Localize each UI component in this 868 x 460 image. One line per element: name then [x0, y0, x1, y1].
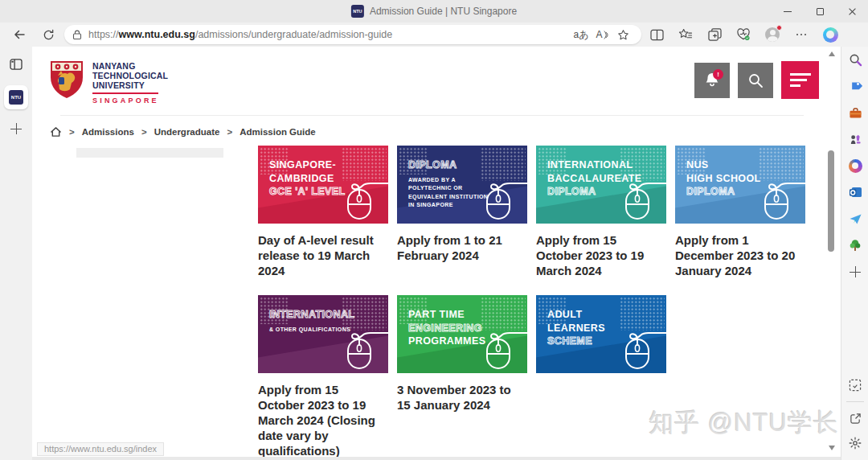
sidebar-divider — [846, 401, 864, 402]
status-bar-link: https://www.ntu.edu.sg/index — [37, 442, 164, 456]
ntu-logo[interactable]: NANYANG TECHNOLOGICAL UNIVERSITY SINGAPO… — [48, 60, 168, 105]
sidebar-search-icon[interactable] — [846, 51, 864, 68]
profile-notification-dot — [776, 25, 782, 31]
card-caption: Day of A-level result release to 19 Marc… — [258, 233, 387, 279]
site-menu-button[interactable] — [781, 61, 819, 99]
notification-badge: ! — [713, 69, 723, 80]
scroll-up-arrow[interactable] — [829, 51, 835, 56]
hamburger-icon — [790, 73, 811, 87]
dot-pattern — [620, 297, 665, 331]
card-title: ADULTLEARNERSSCHEME — [547, 308, 605, 348]
logo-line2: TECHNOLOGICAL — [92, 72, 168, 81]
url-text: https://www.ntu.edu.sg/admissions/underg… — [88, 29, 571, 40]
admission-card-cell: DIPLOMAAWARDED BY A POLYTECHNIC OR EQUIV… — [397, 146, 527, 295]
profile-avatar[interactable] — [764, 26, 781, 43]
sidebar-screenshot-icon[interactable] — [846, 376, 864, 394]
sidebar-drop-icon[interactable] — [846, 210, 864, 228]
minimize-button[interactable] — [772, 0, 804, 23]
favorites-icon[interactable] — [677, 26, 694, 43]
page-scrollbar[interactable] — [826, 47, 836, 457]
translate-icon[interactable]: aあ — [571, 26, 592, 43]
card-caption: Apply from 1 December 2023 to 20 January… — [675, 233, 804, 279]
admission-card-cell: NUSHIGH SCHOOLDIPLOMA Apply from 1 Decem… — [675, 146, 805, 295]
logo-divider — [92, 92, 158, 94]
browser-toolbar: https://www.ntu.edu.sg/admissions/underg… — [0, 23, 868, 47]
sidebar-shopping-icon[interactable] — [846, 77, 864, 95]
header-divider — [60, 115, 804, 116]
admission-cards-grid: SINGAPORE-CAMBRIDGEGCE 'A' LEVEL Day of … — [258, 146, 813, 445]
sidebar-games-icon[interactable] — [846, 130, 864, 148]
zhihu-watermark: 知乎 @NTU学长 — [649, 406, 839, 440]
more-menu-icon[interactable] — [792, 26, 810, 43]
sidebar-settings-icon[interactable] — [846, 434, 864, 452]
mouse-icon — [749, 179, 805, 220]
card-title-line: DIPLOMA — [408, 158, 492, 172]
admission-card[interactable]: SINGAPORE-CAMBRIDGEGCE 'A' LEVEL — [258, 146, 388, 224]
scrollbar-thumb[interactable] — [828, 150, 834, 252]
sidebar-outlook-icon[interactable] — [846, 183, 864, 201]
logo-country: SINGAPORE — [92, 97, 168, 105]
admission-card[interactable]: INTERNATIONALBACCALAUREATEDIPLOMA — [536, 146, 666, 224]
new-tab-button[interactable] — [0, 116, 32, 142]
card-title-line: NUS — [686, 158, 761, 172]
admission-card-cell: INTERNATIONAL& OTHER QUALIFICATIONS Appl… — [258, 295, 388, 445]
card-caption: Apply from 15 October 2023 to 19 March 2… — [258, 383, 387, 457]
mouse-icon — [471, 328, 527, 370]
card-caption: 3 November 2023 to 15 January 2024 — [397, 383, 526, 413]
mouse-icon — [610, 328, 666, 370]
card-caption: Apply from 1 to 21 February 2024 — [397, 233, 526, 264]
read-aloud-icon[interactable]: A — [592, 26, 612, 43]
copilot-icon[interactable] — [821, 26, 839, 43]
ntu-crest-icon — [48, 60, 85, 100]
admission-card[interactable]: INTERNATIONAL& OTHER QUALIFICATIONS — [258, 295, 388, 373]
address-bar[interactable]: https://www.ntu.edu.sg/admissions/underg… — [64, 25, 641, 44]
card-title-line: SINGAPORE- — [269, 158, 346, 172]
sidebar-microsoft365-icon[interactable] — [846, 157, 864, 175]
active-tab-ntu[interactable]: NTU — [4, 85, 28, 109]
card-title-line: SCHEME — [547, 335, 605, 348]
tab-actions-icon[interactable] — [0, 51, 32, 77]
card-title-line: PART TIME — [408, 308, 485, 322]
logo-line3: UNIVERSITY — [92, 81, 168, 91]
sidebar-customize-button[interactable] — [846, 263, 864, 281]
dot-pattern — [759, 147, 804, 181]
admission-card-cell: ADULTLEARNERSSCHEME — [536, 295, 666, 445]
home-icon[interactable] — [50, 126, 62, 138]
favorite-star-icon[interactable] — [612, 26, 633, 43]
mouse-icon — [471, 179, 527, 220]
sidebar-tree-icon[interactable] — [846, 236, 864, 254]
admission-card[interactable]: PART TIMEENGINEERINGPROGRAMMES — [397, 295, 527, 373]
card-caption: Apply from 15 October 2023 to 19 March 2… — [536, 233, 665, 279]
back-button[interactable] — [8, 24, 31, 45]
sidebar-tools-icon[interactable] — [846, 104, 864, 121]
scroll-down-arrow[interactable] — [829, 446, 835, 450]
breadcrumb-item[interactable]: Undergraduate — [154, 127, 220, 137]
card-title-line: INTERNATIONAL — [269, 308, 354, 322]
admission-card[interactable]: DIPLOMAAWARDED BY A POLYTECHNIC OR EQUIV… — [397, 146, 527, 224]
mouse-icon — [332, 328, 388, 370]
browser-essentials-icon[interactable] — [735, 26, 752, 43]
mouse-icon — [610, 179, 666, 220]
refresh-button[interactable] — [37, 24, 59, 45]
site-search-button[interactable] — [738, 63, 773, 98]
search-icon — [747, 72, 764, 88]
card-title-line: LEARNERS — [547, 322, 605, 335]
admission-card[interactable]: ADULTLEARNERSSCHEME — [536, 295, 666, 373]
admission-card-cell: SINGAPORE-CAMBRIDGEGCE 'A' LEVEL Day of … — [258, 146, 388, 295]
browser-window: NTU Admission Guide | NTU Singapore http… — [0, 0, 868, 460]
breadcrumb-item[interactable]: Admission Guide — [240, 127, 316, 137]
split-screen-icon[interactable] — [648, 26, 665, 43]
titlebar: NTU Admission Guide | NTU Singapore — [0, 0, 868, 23]
breadcrumb-separator: > — [69, 127, 75, 137]
breadcrumb-item[interactable]: Admissions — [82, 127, 134, 137]
tab-title: NTU Admission Guide | NTU Singapore — [351, 0, 517, 23]
collections-icon[interactable] — [706, 26, 723, 43]
admission-card[interactable]: NUSHIGH SCHOOLDIPLOMA — [675, 146, 805, 224]
breadcrumb-separator: > — [227, 127, 232, 137]
close-button[interactable] — [836, 0, 868, 23]
admission-card-cell: INTERNATIONALBACCALAUREATEDIPLOMA Apply … — [536, 146, 666, 295]
notifications-button[interactable]: ! — [694, 63, 730, 98]
logo-line1: NANYANG — [92, 62, 168, 72]
maximize-button[interactable] — [804, 0, 836, 23]
sidebar-open-external-icon[interactable] — [846, 409, 864, 427]
